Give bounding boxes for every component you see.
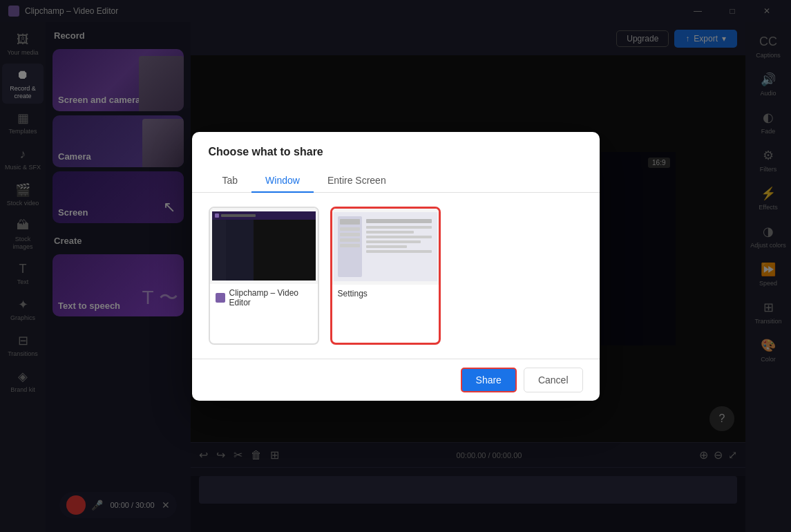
share-modal: Choose what to share Tab Window Entire S… — [192, 132, 600, 401]
settings-window-footer: Settings — [332, 285, 439, 303]
tab-entire-screen[interactable]: Entire Screen — [314, 169, 400, 193]
clipchamp-window-footer: Clipchamp – Video Editor — [210, 284, 318, 312]
modal-footer: Share Cancel — [192, 359, 600, 401]
modal-body: Clipchamp – Video Editor — [192, 193, 600, 359]
settings-thumb-inner — [334, 212, 437, 281]
clipchamp-window-icon — [216, 293, 225, 303]
modal-title: Choose what to share — [192, 132, 600, 158]
modal-tabs: Tab Window Entire Screen — [192, 158, 600, 193]
clipchamp-thumb — [210, 208, 318, 284]
clipchamp-window-option[interactable]: Clipchamp – Video Editor — [209, 207, 319, 345]
tab-window[interactable]: Window — [251, 169, 314, 193]
settings-thumb — [332, 209, 439, 285]
modal-overlay: Choose what to share Tab Window Entire S… — [0, 0, 791, 532]
settings-window-label: Settings — [338, 289, 368, 298]
settings-window-option[interactable]: Settings — [330, 207, 441, 345]
cancel-button[interactable]: Cancel — [524, 368, 583, 392]
tab-tab[interactable]: Tab — [209, 169, 252, 193]
clipchamp-window-label: Clipchamp – Video Editor — [229, 288, 312, 307]
clipchamp-thumb-inner — [212, 211, 316, 281]
share-button[interactable]: Share — [461, 368, 517, 392]
